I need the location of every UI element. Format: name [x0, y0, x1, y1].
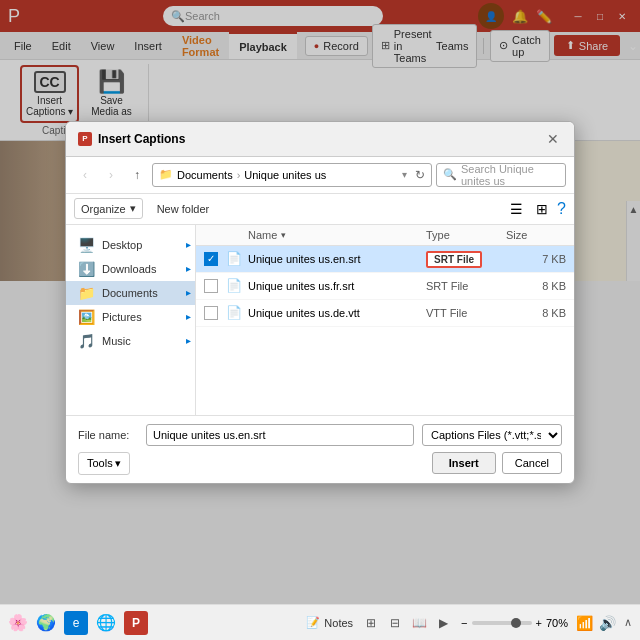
dialog-body: 🖥️ Desktop ▸ ⬇️ Downloads ▸ 📁 Documents … [66, 225, 574, 415]
organize-button[interactable]: Organize ▾ [74, 198, 143, 219]
zoom-thumb [511, 618, 521, 628]
file-size-3: 8 KB [506, 307, 566, 319]
organize-label: Organize [81, 203, 126, 215]
desktop-arrow: ▸ [186, 239, 191, 250]
breadcrumb-path[interactable]: 📁 Documents › Unique unites us ▾ ↻ [152, 163, 432, 187]
file-type-2: SRT File [426, 280, 506, 292]
organize-arrow: ▾ [130, 202, 136, 215]
documents-arrow: ▸ [186, 287, 191, 298]
refresh-button[interactable]: ↻ [415, 168, 425, 182]
tools-button[interactable]: Tools ▾ [78, 452, 130, 475]
back-button[interactable]: ‹ [74, 164, 96, 186]
documents-label: Documents [102, 287, 158, 299]
zoom-slider[interactable] [472, 621, 532, 625]
documents-icon: 📁 [78, 286, 94, 300]
pictures-arrow: ▸ [186, 311, 191, 322]
zoom-level: 70% [546, 617, 568, 629]
file-list-header: Name ▾ Type Size [196, 225, 574, 246]
slideshow-icon[interactable]: ▶ [433, 613, 453, 633]
file-checkbox-1[interactable]: ✓ [204, 252, 218, 266]
breadcrumb-dropdown[interactable]: ▾ [402, 169, 407, 180]
dialog-close-button[interactable]: ✕ [544, 130, 562, 148]
dialog-header: P Insert Captions ✕ [66, 122, 574, 157]
help-icon[interactable]: ? [557, 200, 566, 218]
sidebar-downloads[interactable]: ⬇️ Downloads ▸ [66, 257, 195, 281]
file-row-2[interactable]: 📄 Unique unites us.fr.srt SRT File 8 KB [196, 273, 574, 300]
slide-sorter-icon[interactable]: ⊟ [385, 613, 405, 633]
toolbar-right: ☰ ⊞ ? [505, 198, 566, 220]
ppt-taskbar-icon[interactable]: P [124, 611, 148, 635]
list-view-button[interactable]: ☰ [505, 198, 527, 220]
music-arrow: ▸ [186, 335, 191, 346]
dialog-insert-button[interactable]: Insert [432, 452, 496, 474]
search-placeholder-text: Search Unique unites us [461, 163, 559, 187]
dialog-cancel-button[interactable]: Cancel [502, 452, 562, 474]
filename-row: File name: Captions Files (*.vtt;*.srt) [78, 424, 562, 446]
ppt-icon: P [78, 132, 92, 146]
downloads-arrow: ▸ [186, 263, 191, 274]
insert-captions-dialog: P Insert Captions ✕ ‹ › ↑ 📁 Documents › … [65, 121, 575, 484]
flower-icon: 🌸 [8, 613, 28, 632]
file-icon-2: 📄 [226, 278, 242, 294]
speaker-icon: 🔊 [599, 615, 616, 631]
downloads-icon: ⬇️ [78, 262, 94, 276]
sidebar-desktop[interactable]: 🖥️ Desktop ▸ [66, 233, 195, 257]
new-folder-button[interactable]: New folder [151, 200, 216, 218]
file-name-1: Unique unites us.en.srt [248, 253, 426, 265]
file-checkbox-3[interactable] [204, 306, 218, 320]
notes-label: Notes [324, 617, 353, 629]
sidebar-pictures[interactable]: 🖼️ Pictures ▸ [66, 305, 195, 329]
breadcrumb-documents: Documents [177, 169, 233, 181]
system-tray-arrow[interactable]: ∧ [624, 616, 632, 629]
zoom-minus[interactable]: − [461, 617, 467, 629]
file-size-2: 8 KB [506, 280, 566, 292]
file-name-3: Unique unites us.de.vtt [248, 307, 426, 319]
col-name-label: Name [248, 229, 277, 241]
pictures-label: Pictures [102, 311, 142, 323]
desktop-label: Desktop [102, 239, 142, 251]
notes-button[interactable]: 📝 Notes [306, 616, 353, 629]
tools-arrow: ▾ [115, 457, 121, 470]
file-name-2: Unique unites us.fr.srt [248, 280, 426, 292]
view-icons: ⊞ ⊟ 📖 ▶ [361, 613, 453, 633]
search-box-dialog[interactable]: 🔍 Search Unique unites us [436, 163, 566, 187]
dialog-title: P Insert Captions [78, 132, 185, 146]
earth-icon: 🌍 [36, 613, 56, 632]
zoom-plus[interactable]: + [536, 617, 542, 629]
filetype-select[interactable]: Captions Files (*.vtt;*.srt) [422, 424, 562, 446]
filename-label: File name: [78, 429, 138, 441]
file-size-1: 7 KB [506, 253, 566, 265]
file-row-3[interactable]: 📄 Unique unites us.de.vtt VTT File 8 KB [196, 300, 574, 327]
breadcrumb-folder: Unique unites us [244, 169, 326, 181]
normal-view-icon[interactable]: ⊞ [361, 613, 381, 633]
file-type-1: SRT File [426, 253, 506, 265]
filename-input[interactable] [146, 424, 414, 446]
file-icon-3: 📄 [226, 305, 242, 321]
search-icon: 🔍 [443, 168, 457, 181]
reading-view-icon[interactable]: 📖 [409, 613, 429, 633]
app-icon-taskbar[interactable]: e [64, 611, 88, 635]
edge-icon[interactable]: 🌐 [96, 613, 116, 632]
dialog-toolbar: Organize ▾ New folder ☰ ⊞ ? [66, 194, 574, 225]
details-view-button[interactable]: ⊞ [531, 198, 553, 220]
dialog-overlay: P Insert Captions ✕ ‹ › ↑ 📁 Documents › … [0, 0, 640, 604]
file-checkbox-2[interactable] [204, 279, 218, 293]
col-size-header[interactable]: Size [506, 229, 566, 241]
breadcrumb-sep1: › [237, 169, 241, 181]
up-button[interactable]: ↑ [126, 164, 148, 186]
music-label: Music [102, 335, 131, 347]
new-folder-label: New folder [157, 203, 210, 215]
sidebar-music[interactable]: 🎵 Music ▸ [66, 329, 195, 353]
status-left: 🌸 🌍 e 🌐 P [8, 611, 148, 635]
footer-buttons: Tools ▾ Insert Cancel [78, 452, 562, 475]
col-name-header[interactable]: Name ▾ [248, 229, 426, 241]
zoom-control: − + 70% [461, 617, 568, 629]
file-row-1[interactable]: ✓ 📄 Unique unites us.en.srt SRT File 7 K… [196, 246, 574, 273]
srt-badge-1: SRT File [426, 251, 482, 268]
pictures-icon: 🖼️ [78, 310, 94, 324]
forward-button[interactable]: › [100, 164, 122, 186]
notes-icon: 📝 [306, 616, 320, 629]
col-type-header[interactable]: Type [426, 229, 506, 241]
sidebar-documents[interactable]: 📁 Documents ▸ [66, 281, 195, 305]
wifi-icon: 📶 [576, 615, 593, 631]
